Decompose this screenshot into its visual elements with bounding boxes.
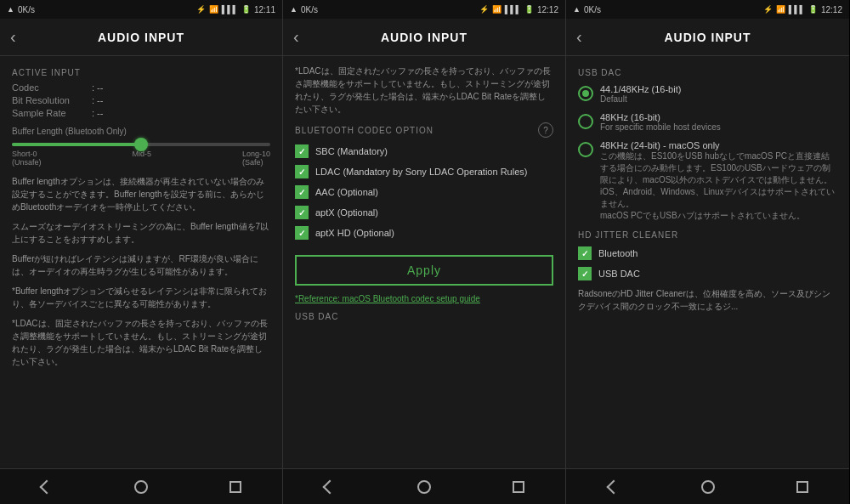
apply-button[interactable]: Apply bbox=[295, 255, 553, 286]
battery-icon-1: 🔋 bbox=[241, 5, 251, 14]
bt-icon-3: ⚡ bbox=[763, 5, 773, 14]
nav-back-1[interactable] bbox=[34, 474, 60, 500]
checkmark-1: ✓ bbox=[298, 167, 305, 177]
codec-label-1: LDAC (Mandatory by Sony LDAC Operation R… bbox=[315, 167, 527, 177]
nav-bar-1 bbox=[0, 468, 282, 504]
signal-icon-3: ▌▌▌ bbox=[789, 5, 805, 14]
status-bar-3: ▲ 0K/s ⚡ 📶 ▌▌▌ 🔋 12:12 bbox=[566, 0, 849, 19]
slider-thumb[interactable] bbox=[134, 138, 148, 151]
body-text-1-0: Buffer lengthオプションは、接続機器が再生されていない場合のみ設定す… bbox=[12, 175, 270, 213]
usb-dac-title-2: USB DAC bbox=[295, 312, 553, 321]
checkbox-4[interactable]: ✓ bbox=[295, 226, 309, 240]
wifi-icon-3: 📶 bbox=[776, 5, 785, 14]
jitter-option-0[interactable]: ✓ Bluetooth bbox=[578, 246, 837, 260]
jitter-option-1[interactable]: ✓ USB DAC bbox=[578, 267, 837, 280]
samplerate-value: : -- bbox=[92, 108, 103, 118]
time-3: 12:12 bbox=[821, 5, 842, 14]
panel-3: ▲ 0K/s ⚡ 📶 ▌▌▌ 🔋 12:12 ‹ AUDIO INPUT USB… bbox=[566, 0, 849, 504]
usb-dac-option-2[interactable]: 48KHz (24-bit) - macOS only この機能は、ES100を… bbox=[578, 140, 837, 222]
radio-2[interactable] bbox=[578, 142, 593, 157]
codec-label-4: aptX HD (Optional) bbox=[315, 228, 394, 238]
signal-strength-3: ▲ bbox=[573, 5, 581, 14]
checkbox-1[interactable]: ✓ bbox=[295, 165, 309, 178]
checkbox-2[interactable]: ✓ bbox=[295, 185, 309, 199]
nav-home-1[interactable] bbox=[128, 474, 154, 500]
samplerate-row: Sample Rate : -- bbox=[12, 108, 270, 118]
radio-0[interactable] bbox=[578, 86, 593, 101]
checkmark-2: ✓ bbox=[298, 188, 305, 197]
buffer-slider-section: Buffer Length (Bluetooth Only) Short-0(U… bbox=[12, 127, 270, 167]
slider-label-short: Short-0(Unsafe) bbox=[12, 150, 42, 167]
codec-value: : -- bbox=[92, 82, 103, 93]
status-right-1: ⚡ 📶 ▌▌▌ 🔋 12:11 bbox=[196, 5, 275, 14]
nav-back-3[interactable] bbox=[601, 474, 626, 500]
usb-dac-option-0[interactable]: 44.1/48KHz (16-bit) Default bbox=[578, 84, 837, 104]
nav-home-2[interactable] bbox=[411, 474, 437, 500]
nav-home-circle-1 bbox=[134, 480, 148, 494]
header-2: ‹ AUDIO INPUT bbox=[283, 19, 565, 56]
status-speed-3: 0K/s bbox=[584, 5, 601, 14]
codec-option-2[interactable]: ✓ AAC (Optional) bbox=[295, 185, 553, 199]
radio-text-0: 44.1/48KHz (16-bit) Default bbox=[600, 84, 681, 104]
codec-row: Codec : -- bbox=[12, 82, 270, 93]
jitter-checkmark-1: ✓ bbox=[581, 269, 588, 279]
nav-recent-1[interactable] bbox=[223, 474, 248, 500]
nav-back-arrow-3 bbox=[606, 479, 620, 494]
nav-home-circle-2 bbox=[417, 480, 431, 494]
jitter-body-text: RadsoneのHD Jitter Cleanerは、位相確度を高め、ソース及び… bbox=[578, 287, 837, 313]
slider-track[interactable] bbox=[12, 143, 270, 146]
jitter-checkbox-0[interactable]: ✓ bbox=[578, 246, 592, 260]
radio-text-1: 48KHz (16-bit) For specific mobile host … bbox=[600, 112, 721, 132]
jitter-label-1: USB DAC bbox=[598, 269, 640, 279]
status-bar-2: ▲ 0K/s ⚡ 📶 ▌▌▌ 🔋 12:12 bbox=[283, 0, 565, 19]
checkmark-4: ✓ bbox=[298, 229, 305, 238]
back-button-3[interactable]: ‹ bbox=[576, 27, 582, 47]
jitter-checkbox-1[interactable]: ✓ bbox=[578, 267, 592, 280]
bitres-label: Bit Resolution bbox=[12, 95, 88, 105]
nav-square-2 bbox=[513, 481, 524, 493]
nav-recent-2[interactable] bbox=[506, 474, 531, 500]
checkmark-3: ✓ bbox=[298, 208, 305, 218]
usb-dac-option-1[interactable]: 48KHz (16-bit) For specific mobile host … bbox=[578, 112, 837, 132]
bt-icon-2: ⚡ bbox=[479, 5, 489, 14]
signal-icon-2: ▌▌▌ bbox=[505, 5, 521, 14]
usb-dac-title-3: USB DAC bbox=[578, 68, 837, 77]
active-input-label: ACTIVE INPUT bbox=[12, 68, 270, 77]
status-right-2: ⚡ 📶 ▌▌▌ 🔋 12:12 bbox=[479, 5, 558, 14]
help-icon[interactable]: ? bbox=[538, 122, 553, 138]
back-button-1[interactable]: ‹ bbox=[10, 27, 16, 47]
checkbox-3[interactable]: ✓ bbox=[295, 206, 309, 219]
hd-jitter-title: HD JITTER CLEANER bbox=[578, 230, 837, 240]
ldac-note: *LDACは、固定されたバッファの長さを持っており、バッファの長さ調整機能をサポ… bbox=[295, 65, 553, 116]
codec-option-1[interactable]: ✓ LDAC (Mandatory by Sony LDAC Operation… bbox=[295, 165, 553, 178]
codec-option-3[interactable]: ✓ aptX (Optional) bbox=[295, 206, 553, 219]
nav-home-3[interactable] bbox=[695, 474, 721, 500]
codec-option-4[interactable]: ✓ aptX HD (Optional) bbox=[295, 226, 553, 240]
panel-1: ▲ 0K/s ⚡ 📶 ▌▌▌ 🔋 12:11 ‹ AUDIO INPUT ACT… bbox=[0, 0, 283, 504]
checkbox-0[interactable]: ✓ bbox=[295, 144, 309, 158]
nav-square-1 bbox=[230, 481, 241, 493]
radio-sub-2: この機能は、ES100をUSB hubなしでmacOS PCと直接連結する場合に… bbox=[600, 150, 837, 222]
content-1: ACTIVE INPUT Codec : -- Bit Resolution :… bbox=[0, 56, 282, 468]
nav-bar-2 bbox=[283, 468, 565, 504]
codec-option-0[interactable]: ✓ SBC (Mandatory) bbox=[295, 144, 553, 158]
nav-back-arrow-2 bbox=[323, 479, 337, 494]
reference-link[interactable]: *Reference: macOS Bluetooth codec setup … bbox=[295, 294, 553, 303]
checkmark-0: ✓ bbox=[298, 147, 305, 156]
wifi-icon-1: 📶 bbox=[209, 5, 218, 14]
status-right-3: ⚡ 📶 ▌▌▌ 🔋 12:12 bbox=[763, 5, 842, 14]
status-left-3: ▲ 0K/s bbox=[573, 5, 601, 14]
body-text-1-1: スムーズなオーデイオストリーミングの為に、Buffer length値を7以上に… bbox=[12, 220, 270, 246]
header-title-3: AUDIO INPUT bbox=[665, 31, 751, 44]
content-2: *LDACは、固定されたバッファの長さを持っており、バッファの長さ調整機能をサポ… bbox=[283, 56, 565, 468]
signal-strength-1: ▲ bbox=[7, 5, 14, 14]
body-text-1-4: *LDACは、固定されたバッファの長さを持っており、バッファの長さ調整機能をサポ… bbox=[12, 317, 270, 368]
back-button-2[interactable]: ‹ bbox=[293, 27, 299, 47]
nav-recent-3[interactable] bbox=[790, 474, 815, 500]
signal-strength-2: ▲ bbox=[290, 5, 298, 14]
help-icon-text: ? bbox=[543, 126, 548, 135]
nav-back-2[interactable] bbox=[317, 474, 343, 500]
radio-sub-0: Default bbox=[600, 94, 681, 104]
nav-square-3 bbox=[796, 481, 808, 493]
radio-1[interactable] bbox=[578, 114, 593, 129]
